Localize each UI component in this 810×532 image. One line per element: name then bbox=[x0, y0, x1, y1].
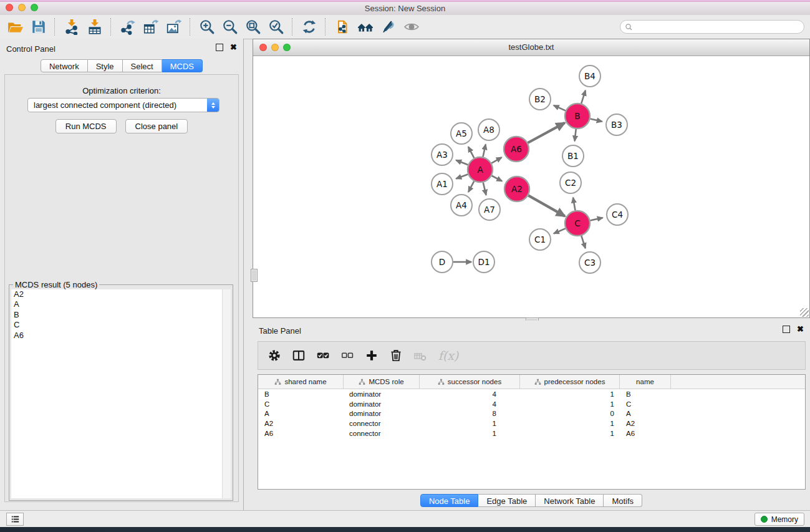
table-cell[interactable]: 1 bbox=[520, 390, 620, 398]
deselect-all-rows-button[interactable] bbox=[340, 349, 354, 362]
column-header-predecessor-nodes[interactable]: predecessor nodes bbox=[520, 375, 620, 389]
float-table-panel-icon[interactable] bbox=[783, 326, 790, 333]
graph-node-C4[interactable]: C4 bbox=[607, 204, 628, 225]
tab-select[interactable]: Select bbox=[123, 59, 162, 72]
graph-node-A8[interactable]: A8 bbox=[478, 119, 499, 140]
graph-node-B1[interactable]: B1 bbox=[562, 145, 584, 167]
import-table-button[interactable] bbox=[83, 17, 106, 37]
column-header-shared-name[interactable]: shared name bbox=[258, 375, 344, 389]
mcds-result-scrollbar[interactable] bbox=[222, 289, 231, 498]
network-window-titlebar[interactable]: testGlobe.txt bbox=[253, 39, 809, 56]
table-cell[interactable]: A2 bbox=[620, 420, 671, 427]
table-row[interactable]: Cdominator41C bbox=[258, 399, 805, 409]
tab-node-table[interactable]: Node Table bbox=[420, 494, 479, 507]
save-session-button[interactable] bbox=[27, 17, 50, 37]
graph-node-A2[interactable]: A2 bbox=[504, 177, 529, 201]
table-cell[interactable]: A2 bbox=[258, 420, 344, 427]
graph-edge-C-C3[interactable] bbox=[581, 236, 585, 248]
graph-node-A6[interactable]: A6 bbox=[504, 137, 529, 162]
export-image-button[interactable] bbox=[162, 17, 185, 37]
tab-mcds[interactable]: MCDS bbox=[162, 59, 203, 72]
minimize-window-button[interactable] bbox=[18, 4, 26, 11]
maximize-window-button[interactable] bbox=[31, 4, 38, 11]
table-cell[interactable]: B bbox=[620, 390, 671, 398]
graph-edge-A-A7[interactable] bbox=[483, 182, 486, 195]
table-cell[interactable]: C bbox=[258, 400, 344, 408]
graph-edge-B-B4[interactable] bbox=[581, 90, 586, 104]
float-panel-icon[interactable] bbox=[216, 44, 223, 51]
zoom-out-button[interactable] bbox=[218, 17, 241, 37]
graph-edge-A6-B[interactable] bbox=[528, 123, 564, 143]
delete-column-button[interactable] bbox=[389, 349, 403, 362]
graph-node-A[interactable]: A bbox=[468, 157, 493, 182]
close-window-button[interactable] bbox=[6, 4, 13, 11]
tab-network[interactable]: Network bbox=[41, 59, 88, 72]
tab-motifs[interactable]: Motifs bbox=[604, 494, 642, 507]
tab-network-table[interactable]: Network Table bbox=[536, 494, 604, 507]
table-cell[interactable]: connector bbox=[344, 430, 420, 437]
graph-edge-A-A4[interactable] bbox=[468, 181, 474, 192]
graph-edge-C-C1[interactable] bbox=[554, 228, 566, 233]
graph-node-D[interactable]: D bbox=[432, 251, 453, 273]
graph-edge-B-B2[interactable] bbox=[554, 105, 566, 111]
graph-node-B3[interactable]: B3 bbox=[606, 114, 627, 135]
graph-edge-A-A1[interactable] bbox=[456, 174, 468, 178]
graph-node-A4[interactable]: A4 bbox=[451, 195, 472, 216]
memory-button[interactable]: Memory bbox=[755, 513, 804, 526]
mcds-result-item[interactable]: B bbox=[11, 310, 222, 320]
mcds-result-item[interactable]: C bbox=[11, 320, 222, 330]
graph-edge-C-C2[interactable] bbox=[573, 198, 575, 211]
graph-node-A3[interactable]: A3 bbox=[432, 144, 453, 165]
mcds-result-item[interactable]: A6 bbox=[11, 331, 222, 341]
split-columns-button[interactable] bbox=[292, 349, 306, 362]
table-cell[interactable]: 1 bbox=[520, 420, 620, 427]
table-cell[interactable]: 1 bbox=[520, 400, 620, 408]
zoom-in-button[interactable] bbox=[195, 17, 218, 37]
graph-edge-A-A2[interactable] bbox=[492, 176, 503, 181]
tab-edge-table[interactable]: Edge Table bbox=[478, 494, 536, 507]
table-cell[interactable]: A6 bbox=[620, 430, 671, 437]
search-input[interactable] bbox=[633, 22, 804, 31]
table-cell[interactable]: connector bbox=[344, 420, 420, 427]
table-row[interactable]: A6connector11A6 bbox=[258, 428, 805, 438]
column-header-successor-nodes[interactable]: successor nodes bbox=[420, 375, 520, 389]
graph-node-C3[interactable]: C3 bbox=[579, 252, 600, 273]
table-cell[interactable]: 0 bbox=[520, 410, 620, 417]
mcds-result-item[interactable]: A bbox=[11, 299, 222, 309]
graph-edge-A-A6[interactable] bbox=[491, 157, 501, 163]
add-column-button[interactable] bbox=[365, 349, 378, 362]
mcds-result-item[interactable]: A2 bbox=[11, 289, 222, 299]
table-cell[interactable]: C bbox=[620, 400, 671, 408]
graph-edge-A2-C[interactable] bbox=[528, 195, 565, 216]
table-row[interactable]: A2connector11A2 bbox=[258, 418, 805, 428]
graph-node-B[interactable]: B bbox=[565, 104, 590, 128]
export-table-button[interactable] bbox=[139, 17, 162, 37]
refresh-view-button[interactable] bbox=[297, 17, 321, 37]
graph-edge-B-B1[interactable] bbox=[575, 129, 576, 141]
table-cell[interactable]: 4 bbox=[420, 390, 520, 398]
column-header-name[interactable]: name bbox=[620, 375, 671, 389]
graph-edge-B-B3[interactable] bbox=[590, 119, 602, 122]
splitter-grip-left[interactable] bbox=[251, 269, 258, 282]
graph-edge-A-A3[interactable] bbox=[456, 160, 468, 165]
graph-node-D1[interactable]: D1 bbox=[473, 251, 494, 273]
settings-gear-button[interactable] bbox=[268, 349, 281, 362]
graph-node-A5[interactable]: A5 bbox=[451, 123, 472, 144]
column-header-mcds-role[interactable]: MCDS role bbox=[344, 375, 420, 389]
table-cell[interactable]: B bbox=[258, 390, 344, 398]
select-all-rows-button[interactable] bbox=[316, 349, 330, 362]
zoom-fit-button[interactable] bbox=[241, 17, 264, 37]
graph-node-C1[interactable]: C1 bbox=[529, 229, 551, 250]
table-row[interactable]: Adominator80A bbox=[258, 409, 805, 419]
copy-network-button[interactable] bbox=[330, 17, 354, 37]
table-cell[interactable]: 1 bbox=[420, 430, 520, 437]
run-mcds-button[interactable]: Run MCDS bbox=[55, 119, 117, 133]
table-cell[interactable]: A6 bbox=[258, 430, 344, 437]
graph-node-A1[interactable]: A1 bbox=[432, 173, 453, 195]
task-history-button[interactable] bbox=[6, 513, 24, 526]
table-cell[interactable]: dominator bbox=[344, 390, 420, 398]
table-cell[interactable]: dominator bbox=[344, 410, 420, 417]
graph-edge-A-A8[interactable] bbox=[483, 144, 485, 157]
graphics-details-button[interactable] bbox=[400, 17, 423, 37]
close-table-panel-icon[interactable]: ✖ bbox=[797, 326, 804, 333]
